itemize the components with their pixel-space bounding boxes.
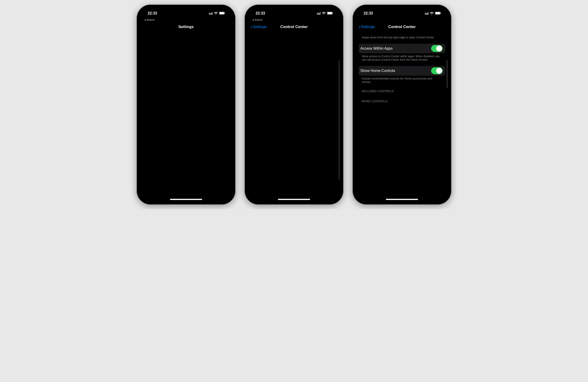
access-footer: Allow access to Control Center within ap… [362, 55, 442, 62]
status-time: 22:33 [256, 11, 265, 15]
row-label: Access Within Apps [360, 46, 431, 51]
svg-rect-7 [436, 12, 440, 14]
row-show-home-controls[interactable]: Show Home Controls [358, 66, 445, 76]
battery-icon [327, 11, 333, 15]
status-time: 22:33 [364, 11, 373, 15]
status-time: 22:33 [148, 11, 157, 15]
back-button[interactable]: ‹Settings [251, 24, 267, 30]
status-icons: ıııl [317, 11, 333, 15]
svg-rect-1 [220, 12, 224, 14]
row-access-within-apps[interactable]: Access Within Apps [358, 44, 445, 53]
back-button[interactable]: ‹Settings [358, 24, 375, 30]
notch [277, 8, 311, 15]
signal-icon: ıııl [209, 11, 213, 15]
back-search[interactable]: ◂ Search [145, 18, 155, 21]
navbar: Settings [140, 21, 232, 33]
wifi-icon [430, 11, 434, 15]
phone-control-center-add: 22:33 ıııl ◂ Search ‹Settings Control Ce… [245, 5, 343, 204]
intro-text: Swipe down from the top-right edge to op… [362, 36, 442, 40]
toggle-home[interactable] [431, 67, 443, 74]
battery-icon [219, 11, 225, 15]
signal-icon: ıııl [425, 11, 429, 15]
home-indicator[interactable] [170, 199, 202, 200]
wifi-icon [214, 11, 218, 15]
home-indicator[interactable] [386, 199, 418, 200]
svg-rect-2 [225, 13, 225, 14]
page-title: Settings [178, 24, 194, 29]
page-title: Control Center [388, 24, 416, 29]
page-title: Control Center [280, 24, 308, 29]
more-header: MORE CONTROLS [362, 100, 445, 103]
status-icons: ıııl [425, 11, 441, 15]
included-header: INCLUDED CONTROLS [362, 90, 445, 93]
wifi-icon [322, 11, 326, 15]
svg-rect-4 [328, 12, 332, 14]
notch [169, 8, 203, 15]
scrollbar[interactable] [339, 60, 339, 180]
row-label: Show Home Controls [360, 69, 431, 73]
scrollbar[interactable] [447, 60, 447, 88]
phone-settings: 22:33 ıııl ◂ Search Settings [137, 5, 235, 204]
svg-rect-8 [441, 13, 441, 14]
toggle-access[interactable] [431, 45, 443, 52]
status-icons: ıııl [209, 11, 225, 15]
notch [385, 8, 419, 15]
home-footer: Include recommended controls for Home ac… [362, 77, 442, 84]
home-indicator[interactable] [278, 199, 310, 200]
svg-rect-5 [333, 13, 333, 14]
phone-control-center-manage: 22:33 ıııl ‹Settings Control Center Swip… [353, 5, 451, 204]
battery-icon [435, 11, 441, 15]
signal-icon: ıııl [317, 11, 321, 15]
back-search[interactable]: ◂ Search [252, 18, 263, 21]
